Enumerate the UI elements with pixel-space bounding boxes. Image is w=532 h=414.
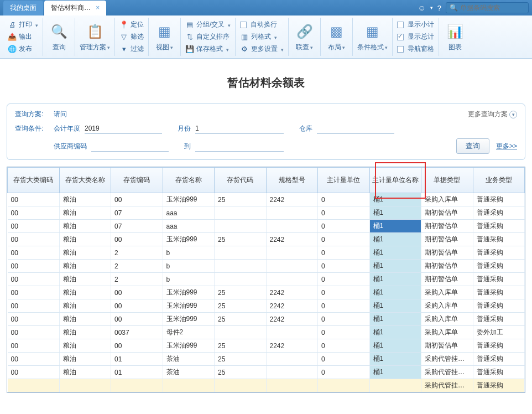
- supplier-input[interactable]: [91, 141, 169, 152]
- table-cell[interactable]: [215, 220, 267, 233]
- chart-button[interactable]: 📊 图表: [439, 18, 471, 56]
- table-row[interactable]: 00粮油07aaa0桶1期初暂估单普通采购: [8, 220, 525, 233]
- table-row[interactable]: 00粮油01茶油250桶1采购代管挂…普通采购: [8, 366, 525, 379]
- month-input[interactable]: [195, 123, 284, 134]
- col-header[interactable]: 业务类型: [473, 168, 525, 193]
- table-cell[interactable]: 2242: [266, 233, 318, 246]
- col-header[interactable]: 存货代码: [215, 168, 267, 193]
- table-cell[interactable]: 2242: [266, 193, 318, 206]
- table-cell[interactable]: 桶1: [369, 246, 421, 260]
- table-cell[interactable]: 粮油: [59, 220, 111, 233]
- table-row[interactable]: 00粮油01茶油250桶1采购代管挂…普通采购: [8, 353, 525, 366]
- table-cell[interactable]: 00: [8, 353, 60, 366]
- table-cell[interactable]: 母件2: [163, 326, 215, 339]
- table-cell[interactable]: 25: [215, 353, 267, 366]
- table-cell[interactable]: b: [163, 246, 215, 260]
- table-cell[interactable]: 0: [318, 366, 370, 379]
- more-scheme-button[interactable]: 更多查询方案 ▾: [468, 110, 517, 119]
- table-cell[interactable]: 粮油: [59, 233, 111, 246]
- table-cell[interactable]: 0: [318, 353, 370, 366]
- table-cell[interactable]: 普通采购: [473, 233, 525, 246]
- table-cell[interactable]: 普通采购: [473, 206, 525, 220]
- table-cell[interactable]: 普通采购: [473, 193, 525, 206]
- table-cell[interactable]: 桶1: [369, 233, 421, 246]
- table-cell[interactable]: [318, 379, 370, 392]
- savefmt-button[interactable]: 💾保存格式: [185, 43, 231, 55]
- table-cell[interactable]: [215, 206, 267, 220]
- table-row[interactable]: 00粮油0037母件20桶1采购入库单委外加工: [8, 326, 525, 339]
- table-cell[interactable]: 期初暂估单: [421, 233, 473, 246]
- table-cell[interactable]: 25: [215, 286, 267, 299]
- table-cell[interactable]: 2242: [266, 286, 318, 299]
- table-cell[interactable]: 采购入库单: [421, 286, 473, 299]
- table-cell[interactable]: 普通采购: [473, 220, 525, 233]
- table-cell[interactable]: 25: [215, 193, 267, 206]
- table-cell[interactable]: [215, 379, 267, 392]
- table-cell[interactable]: 07: [111, 220, 163, 233]
- table-cell[interactable]: 01: [111, 353, 163, 366]
- table-cell[interactable]: 00: [8, 193, 60, 206]
- table-row[interactable]: 00粮油00玉米油9992522420桶1期初暂估单普通采购: [8, 339, 525, 353]
- table-cell[interactable]: 粮油: [59, 353, 111, 366]
- table-cell[interactable]: 0: [318, 299, 370, 313]
- table-cell[interactable]: 粮油: [59, 299, 111, 313]
- col-header[interactable]: 存货大类名称: [59, 168, 111, 193]
- table-cell[interactable]: 采购入库单: [421, 326, 473, 339]
- table-cell[interactable]: 粮油: [59, 339, 111, 353]
- link-button[interactable]: 🔗 联查: [289, 18, 321, 56]
- table-cell[interactable]: 2: [111, 260, 163, 273]
- table-cell[interactable]: 粮油: [59, 273, 111, 286]
- moreset-button[interactable]: ⚙更多设置: [240, 43, 284, 55]
- group-button[interactable]: ▤分组/交叉: [185, 19, 231, 31]
- search-input[interactable]: [460, 4, 525, 12]
- table-row[interactable]: 00粮油00玉米油9992522420桶1采购入库单普通采购: [8, 313, 525, 326]
- table-cell[interactable]: 粮油: [59, 246, 111, 260]
- table-cell[interactable]: 2: [111, 273, 163, 286]
- col-header[interactable]: 存货大类编码: [8, 168, 60, 193]
- mgmt-scheme-button[interactable]: 📋 管理方案: [75, 18, 115, 56]
- table-cell[interactable]: b: [163, 273, 215, 286]
- table-cell[interactable]: 25: [215, 366, 267, 379]
- col-header[interactable]: 主计量单位名称: [369, 168, 421, 193]
- table-cell[interactable]: [215, 273, 267, 286]
- table-cell[interactable]: 25: [215, 313, 267, 326]
- table-cell[interactable]: 粮油: [59, 193, 111, 206]
- table-cell[interactable]: [111, 379, 163, 392]
- table-cell[interactable]: 0: [318, 246, 370, 260]
- table-cell[interactable]: 粮油: [59, 366, 111, 379]
- table-row[interactable]: 00粮油00玉米油9992522420桶1采购入库单普通采购: [8, 193, 525, 206]
- table-row[interactable]: 00粮油00玉米油9992522420桶1采购入库单普通采购: [8, 286, 525, 299]
- table-cell[interactable]: 0: [318, 260, 370, 273]
- table-cell[interactable]: 普通采购: [473, 379, 525, 392]
- filter2-button[interactable]: ▾过滤: [119, 43, 144, 55]
- table-cell[interactable]: 0: [318, 233, 370, 246]
- total-check[interactable]: 显示总计: [397, 31, 434, 43]
- table-cell[interactable]: 桶1: [369, 206, 421, 220]
- table-cell[interactable]: 桶1: [369, 286, 421, 299]
- table-cell[interactable]: 0: [318, 206, 370, 220]
- table-cell[interactable]: [266, 366, 318, 379]
- table-cell[interactable]: 普通采购: [473, 313, 525, 326]
- table-cell[interactable]: [266, 353, 318, 366]
- table-cell[interactable]: [215, 246, 267, 260]
- print-button[interactable]: 🖨打印: [8, 19, 38, 31]
- table-cell[interactable]: 粮油: [59, 260, 111, 273]
- table-cell[interactable]: 00: [111, 193, 163, 206]
- navpane-check[interactable]: 导航窗格: [397, 43, 434, 55]
- table-cell[interactable]: 01: [111, 366, 163, 379]
- table-cell[interactable]: 0: [318, 326, 370, 339]
- table-row[interactable]: 00粮油2b0桶1期初暂估单普通采购: [8, 246, 525, 260]
- table-cell[interactable]: [266, 273, 318, 286]
- table-cell[interactable]: 00: [8, 273, 60, 286]
- table-cell[interactable]: 00: [8, 366, 60, 379]
- table-cell[interactable]: 粮油: [59, 206, 111, 220]
- colfmt-button[interactable]: ▥列格式: [240, 31, 284, 43]
- table-row[interactable]: 00粮油00玉米油9992522420桶1期初暂估单普通采购: [8, 233, 525, 246]
- table-cell[interactable]: 普通采购: [473, 246, 525, 260]
- table-cell[interactable]: 采购入库单: [421, 193, 473, 206]
- table-cell[interactable]: 粮油: [59, 326, 111, 339]
- table-cell[interactable]: 0037: [111, 326, 163, 339]
- table-cell[interactable]: 期初暂估单: [421, 206, 473, 220]
- table-cell[interactable]: [266, 260, 318, 273]
- table-cell[interactable]: 2242: [266, 299, 318, 313]
